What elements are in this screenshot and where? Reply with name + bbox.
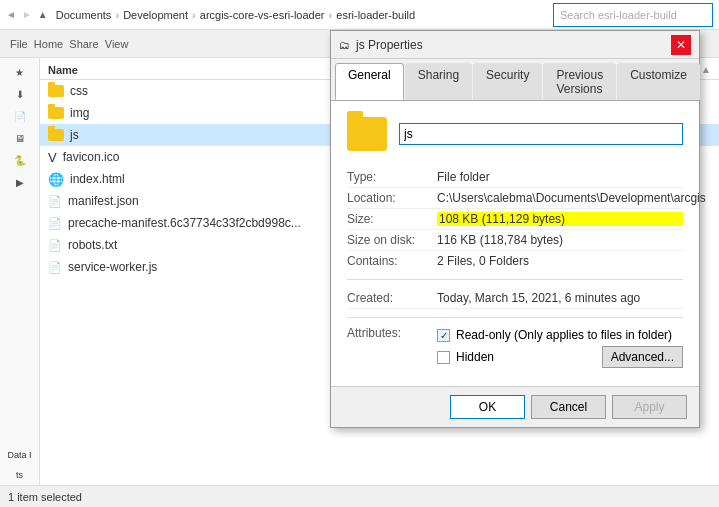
dialog-title-text: js Properties [356, 38, 423, 52]
tab-sharing[interactable]: Sharing [405, 63, 472, 100]
file-name-robots: robots.txt [68, 238, 117, 252]
prop-label-created: Created: [347, 291, 437, 305]
breadcrumb: Documents › Development › arcgis-core-vs… [56, 9, 415, 21]
file-name-sw: service-worker.js [68, 260, 157, 274]
prop-contains: Contains: 2 Files, 0 Folders [347, 251, 683, 271]
tab-previous-versions[interactable]: Previous Versions [543, 63, 616, 100]
prop-created: Created: Today, March 15, 2021, 6 minute… [347, 288, 683, 309]
sort-icon[interactable]: ▲ [701, 64, 711, 75]
divider-1 [347, 279, 683, 280]
folder-icon-js [48, 129, 64, 141]
file-name-img: img [70, 106, 89, 120]
sidebar-icon-1[interactable]: ★ [4, 62, 36, 82]
nav-forward-icon[interactable]: ► [22, 9, 32, 20]
hidden-attr-group: Hidden [437, 350, 494, 364]
sidebar-icon-4[interactable]: 🖥 [4, 128, 36, 148]
folder-header [347, 117, 683, 151]
dialog-footer: OK Cancel Apply [331, 386, 699, 427]
file-name-css: css [70, 84, 88, 98]
status-bar: 1 item selected [0, 485, 719, 507]
file-icon-index: 🌐 [48, 172, 64, 187]
prop-size: Size: 108 KB (111,129 bytes) [347, 209, 683, 230]
prop-label-size: Size: [347, 212, 437, 226]
sidebar-icon-5[interactable]: 🐍 [4, 150, 36, 170]
sidebar-bottom: Data I ts [4, 445, 36, 485]
dialog-title: 🗂 js Properties [339, 38, 423, 52]
hidden-label: Hidden [456, 350, 494, 364]
tab-security[interactable]: Security [473, 63, 542, 100]
dialog-titlebar: 🗂 js Properties ✕ [331, 31, 699, 59]
prop-value-size: 108 KB (111,129 bytes) [437, 212, 683, 226]
status-text: 1 item selected [8, 491, 82, 503]
file-icon-robots: 📄 [48, 239, 62, 252]
prop-type: Type: File folder [347, 167, 683, 188]
file-icon-sw: 📄 [48, 261, 62, 274]
sidebar-icon-6[interactable]: ▶ [4, 172, 36, 192]
prop-location: Location: C:\Users\calebma\Documents\Dev… [347, 188, 683, 209]
attr-hidden-row: Hidden Advanced... [437, 344, 683, 370]
prop-value-created: Today, March 15, 2021, 6 minutes ago [437, 291, 683, 305]
file-icon-manifest: 📄 [48, 195, 62, 208]
folder-icon-css [48, 85, 64, 97]
sidebar-icon-data[interactable]: Data I [4, 445, 36, 465]
prop-value-location: C:\Users\calebma\Documents\Development\a… [437, 191, 706, 205]
sidebar: ★ ⬇ 📄 🖥 🐍 ▶ Data I ts [0, 58, 40, 485]
properties-dialog: 🗂 js Properties ✕ General Sharing Securi… [330, 30, 700, 428]
file-name-manifest: manifest.json [68, 194, 139, 208]
prop-value-contains: 2 Files, 0 Folders [437, 254, 683, 268]
prop-label-attributes: Attributes: [347, 326, 437, 340]
toolbar-label: File Home Share View [4, 38, 134, 50]
prop-size-disk: Size on disk: 116 KB (118,784 bytes) [347, 230, 683, 251]
cancel-button[interactable]: Cancel [531, 395, 606, 419]
properties-section: Type: File folder Location: C:\Users\cal… [347, 167, 683, 271]
file-name-index: index.html [70, 172, 125, 186]
divider-2 [347, 317, 683, 318]
folder-name-input[interactable] [399, 123, 683, 145]
sidebar-icon-ts[interactable]: ts [4, 465, 36, 485]
readonly-checkbox[interactable] [437, 329, 450, 342]
ok-button[interactable]: OK [450, 395, 525, 419]
tab-general[interactable]: General [335, 63, 404, 100]
attr-readonly-row: Read-only (Only applies to files in fold… [437, 326, 683, 344]
sidebar-icon-3[interactable]: 📄 [4, 106, 36, 126]
file-icon-favicon: V [48, 150, 57, 165]
readonly-label: Read-only (Only applies to files in fold… [456, 328, 672, 342]
file-icon-precache: 📄 [48, 217, 62, 230]
sidebar-icon-2[interactable]: ⬇ [4, 84, 36, 104]
folder-icon-img [48, 107, 64, 119]
hidden-checkbox[interactable] [437, 351, 450, 364]
nav-up-icon[interactable]: ▲ [38, 9, 48, 20]
attributes-section: Attributes: Read-only (Only applies to f… [347, 326, 683, 370]
tabs-bar: General Sharing Security Previous Versio… [331, 59, 699, 101]
advanced-button[interactable]: Advanced... [602, 346, 683, 368]
prop-label-type: Type: [347, 170, 437, 184]
file-name-favicon: favicon.ico [63, 150, 120, 164]
tab-customize[interactable]: Customize [617, 63, 700, 100]
prop-label-size-disk: Size on disk: [347, 233, 437, 247]
file-name-precache: precache-manifest.6c37734c33f2cbd998c... [68, 216, 301, 230]
search-bar[interactable]: Search esri-loader-build [553, 3, 713, 27]
breadcrumb-bar: ◄ ► ▲ Documents › Development › arcgis-c… [0, 0, 719, 30]
name-column-header[interactable]: Name [48, 64, 78, 76]
dialog-close-button[interactable]: ✕ [671, 35, 691, 55]
dialog-content: Type: File folder Location: C:\Users\cal… [331, 101, 699, 386]
attributes-row: Attributes: Read-only (Only applies to f… [347, 326, 683, 370]
nav-back-icon[interactable]: ◄ [6, 9, 16, 20]
search-placeholder: Search esri-loader-build [560, 9, 677, 21]
prop-value-type: File folder [437, 170, 683, 184]
prop-label-contains: Contains: [347, 254, 437, 268]
file-name-js: js [70, 128, 79, 142]
prop-value-size-disk: 116 KB (118,784 bytes) [437, 233, 683, 247]
attributes-controls: Read-only (Only applies to files in fold… [437, 326, 683, 370]
apply-button[interactable]: Apply [612, 395, 687, 419]
dialog-title-icon: 🗂 [339, 39, 350, 51]
prop-label-location: Location: [347, 191, 437, 205]
folder-icon-large [347, 117, 387, 151]
